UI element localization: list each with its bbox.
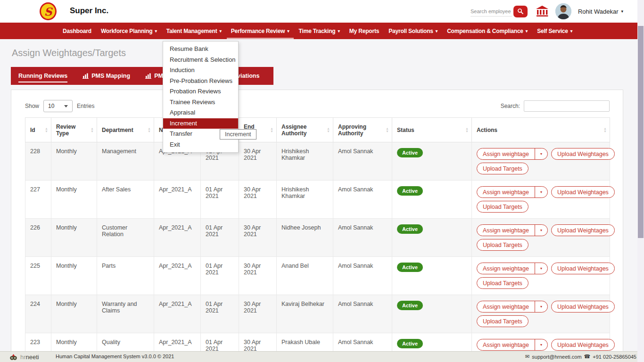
entries-select[interactable]: 10 xyxy=(43,100,73,112)
chevron-down-icon xyxy=(64,105,68,107)
table-search-input[interactable] xyxy=(524,100,610,112)
upload-weightages-button[interactable]: Upload Weightages xyxy=(551,301,615,313)
upload-targets-button[interactable]: Upload Targets xyxy=(477,277,528,289)
tab[interactable]: PMS Mapping xyxy=(75,67,138,85)
assign-weightage-button[interactable]: Assign weightage ▾ xyxy=(477,148,548,160)
column-header[interactable]: Department xyxy=(97,118,154,142)
chevron-down-icon[interactable]: ▾ xyxy=(535,301,547,312)
cell-approving-authority: Amol Sannak xyxy=(333,295,392,333)
support-phone-link[interactable]: +91 020-25865045 xyxy=(593,354,636,360)
menu-item[interactable]: Recruitment & Selection xyxy=(163,55,238,66)
company-logo[interactable]: S xyxy=(40,2,57,20)
menu-item[interactable]: Probation Reviews xyxy=(163,86,238,97)
menu-item[interactable]: Resume Bank xyxy=(163,44,238,55)
sort-icon xyxy=(386,127,389,133)
cell-status: Active xyxy=(392,219,472,257)
nav-item[interactable]: Talent Management ▾ xyxy=(162,23,226,39)
cell-actions: Assign weightage ▾ Upload Weightages Upl… xyxy=(472,142,610,181)
cell-start-date: 01 Apr 2021 xyxy=(201,181,239,219)
nav-item[interactable]: Dashboard ▾ xyxy=(58,23,96,39)
upload-weightages-button[interactable]: Upload Weightages xyxy=(551,339,615,351)
cell-review-type: Monthly xyxy=(51,219,97,257)
column-header-label: Approving Authority xyxy=(338,123,366,137)
assign-weightage-button[interactable]: Assign weightage ▾ xyxy=(477,186,548,198)
sort-icon xyxy=(270,127,273,133)
cell-department: Warranty and Claims xyxy=(97,295,154,333)
menu-item-label: Probation Reviews xyxy=(170,88,221,95)
upload-targets-button[interactable]: Upload Targets xyxy=(477,163,528,174)
assign-weightage-button[interactable]: Assign weightage ▾ xyxy=(477,224,548,236)
menu-item[interactable]: Appraisal xyxy=(163,107,238,118)
nav-item[interactable]: Self Service ▾ xyxy=(532,23,577,39)
table-row: 224 Monthly Warranty and Claims Apr_2021… xyxy=(25,295,610,333)
chevron-down-icon[interactable]: ▾ xyxy=(535,187,547,197)
cell-id: 226 xyxy=(25,219,51,257)
column-header[interactable]: Actions xyxy=(472,118,610,142)
table-controls: Show 10 Entries Search: xyxy=(25,100,610,113)
column-header[interactable]: Review Type xyxy=(51,118,97,142)
table-row: 228 Monthly Management Apr_2021_A 01 Apr… xyxy=(25,142,610,181)
column-header[interactable]: Status xyxy=(392,118,472,142)
nav-item[interactable]: Time Tracking ▾ xyxy=(294,23,345,39)
upload-targets-button[interactable]: Upload Targets xyxy=(477,315,528,327)
sort-icon xyxy=(603,127,607,133)
user-avatar[interactable] xyxy=(555,3,571,19)
menu-item[interactable]: Trainee Reviews xyxy=(163,97,238,108)
upload-targets-button[interactable]: Upload Targets xyxy=(477,239,528,251)
upload-weightages-button[interactable]: Upload Weightages xyxy=(551,148,615,160)
sort-icon xyxy=(148,127,151,133)
column-header[interactable]: Id xyxy=(25,118,51,142)
column-header-label: Id xyxy=(30,127,35,133)
footer-version-text: Human Capital Management System v3.0.0 ©… xyxy=(56,354,174,359)
menu-item[interactable]: Exit xyxy=(163,140,238,150)
nav-item[interactable]: Payroll Solutions ▾ xyxy=(384,23,442,39)
scrollbar-thumb[interactable] xyxy=(638,26,644,238)
sort-icon xyxy=(327,127,330,133)
column-header[interactable]: Approving Authority xyxy=(333,118,392,142)
nav-item[interactable]: Workforce Planning ▾ xyxy=(96,23,162,39)
employee-search-button[interactable] xyxy=(513,6,528,17)
chevron-down-icon[interactable]: ▾ xyxy=(535,263,547,274)
chevron-down-icon[interactable]: ▾ xyxy=(535,339,547,350)
chevron-down-icon[interactable]: ▾ xyxy=(535,148,547,159)
assign-weightage-button[interactable]: Assign weightage ▾ xyxy=(477,301,548,313)
increment-tooltip: Increment xyxy=(220,129,256,140)
support-email-link[interactable]: support@hrneeti.com xyxy=(532,354,581,360)
assign-weightage-button[interactable]: Assign weightage ▾ xyxy=(477,263,548,274)
cell-assignee-authority: Nidhee Joseph xyxy=(277,219,333,257)
chevron-down-icon: ▾ xyxy=(219,29,221,33)
upload-weightages-button[interactable]: Upload Weightages xyxy=(551,263,615,274)
nav-item[interactable]: Performance Review ▾ xyxy=(226,23,294,39)
chevron-down-icon[interactable]: ▾ xyxy=(535,225,547,236)
column-header-label: Assignee Authority xyxy=(281,123,306,137)
screen: S Super Inc. xyxy=(0,0,644,362)
upload-weightages-button[interactable]: Upload Weightages xyxy=(551,186,615,198)
user-menu[interactable]: Rohit Wadekar ▾ xyxy=(578,8,623,15)
status-badge: Active xyxy=(397,339,423,348)
cell-id: 228 xyxy=(25,142,51,181)
cell-review-type: Monthly xyxy=(51,142,97,181)
nav-item-label: Dashboard xyxy=(63,28,91,34)
upload-targets-button[interactable]: Upload Targets xyxy=(477,201,528,213)
column-header-label: Actions xyxy=(477,127,497,133)
nav-item[interactable]: Compensation & Compliance ▾ xyxy=(442,23,532,39)
menu-item[interactable]: Induction xyxy=(163,65,238,76)
employee-search-input[interactable] xyxy=(471,6,512,16)
upload-weightages-button[interactable]: Upload Weightages xyxy=(551,224,615,236)
menu-item[interactable]: Pre-Probation Reviews xyxy=(163,76,238,87)
nav-item-label: Payroll Solutions xyxy=(388,28,433,34)
footer-contact: ✉ support@hrneeti.com ☎ +91 020-25865045 xyxy=(525,354,636,360)
status-badge: Active xyxy=(397,301,423,310)
tab[interactable]: Running Reviews xyxy=(11,67,75,85)
company-name: Super Inc. xyxy=(70,6,108,16)
menu-item-label: Exit xyxy=(170,141,180,148)
menu-item[interactable]: Increment xyxy=(163,118,238,129)
institution-icon[interactable] xyxy=(535,5,549,17)
vertical-scrollbar[interactable] xyxy=(637,0,644,362)
assign-weightage-button[interactable]: Assign weightage ▾ xyxy=(477,339,548,351)
cell-status: Active xyxy=(392,257,472,295)
cell-approving-authority: Amol Sannak xyxy=(333,181,392,219)
column-header[interactable]: Assignee Authority xyxy=(277,118,333,142)
nav-item[interactable]: My Reports ▾ xyxy=(345,23,384,39)
cell-end-date: 30 Apr 2021 xyxy=(239,142,277,181)
